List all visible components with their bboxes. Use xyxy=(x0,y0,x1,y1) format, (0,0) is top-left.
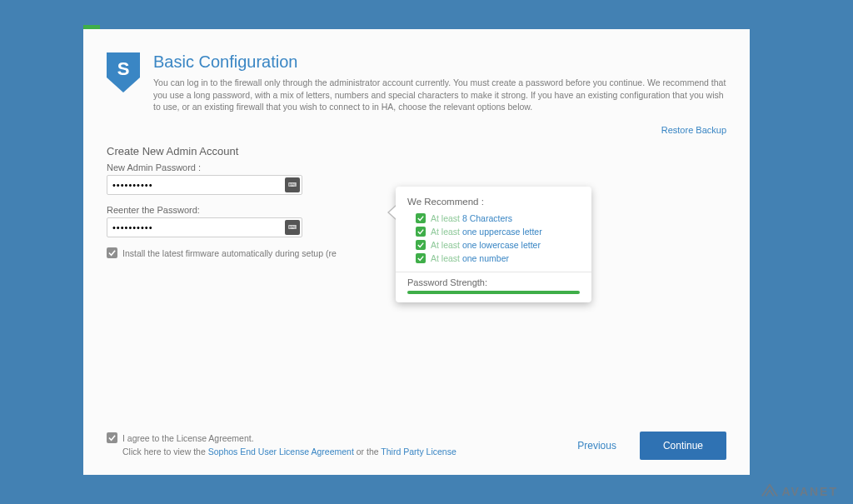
eula-link[interactable]: Sophos End User License Agreement xyxy=(208,447,354,457)
req-item: At least one uppercase letter xyxy=(416,227,580,237)
license-checkbox[interactable] xyxy=(107,432,117,443)
sophos-logo: S xyxy=(107,52,140,113)
check-icon xyxy=(416,253,426,263)
requirement-list: At least 8 Characters At least one upper… xyxy=(407,213,580,263)
previous-button[interactable]: Previous xyxy=(577,440,616,452)
continue-button[interactable]: Continue xyxy=(640,432,726,460)
keyboard-icon[interactable]: ⌨ xyxy=(285,220,300,235)
setup-window: S Basic Configuration You can log in to … xyxy=(83,29,750,475)
footer: I agree to the License Agreement. Click … xyxy=(83,432,750,475)
license-text: I agree to the License Agreement. Click … xyxy=(122,432,456,459)
firmware-checkbox-label: Install the latest firmware automaticall… xyxy=(122,248,337,258)
third-party-link[interactable]: Third Party License xyxy=(381,447,456,457)
password-label: New Admin Password : xyxy=(107,162,726,172)
account-section-title: Create New Admin Account xyxy=(107,145,726,157)
keyboard-icon[interactable]: ⌨ xyxy=(285,177,300,192)
reenter-password-input[interactable] xyxy=(107,217,302,237)
page-description: You can log in to the firewall only thro… xyxy=(153,77,726,113)
password-input[interactable] xyxy=(107,175,302,195)
check-icon xyxy=(416,227,426,237)
req-item: At least 8 Characters xyxy=(416,213,580,223)
restore-backup-link[interactable]: Restore Backup xyxy=(661,125,726,135)
firmware-checkbox[interactable] xyxy=(107,247,117,258)
divider xyxy=(396,272,591,272)
tooltip-title: We Recommend : xyxy=(407,197,580,207)
strength-label: Password Strength: xyxy=(407,277,580,287)
password-recommend-tooltip: We Recommend : At least 8 Characters At … xyxy=(396,187,591,302)
page-title: Basic Configuration xyxy=(153,52,726,72)
req-item: At least one lowercase letter xyxy=(416,240,580,250)
avanet-watermark: AVANET xyxy=(761,482,838,501)
check-icon xyxy=(416,240,426,250)
svg-text:S: S xyxy=(117,58,130,79)
req-item: At least one number xyxy=(416,253,580,263)
strength-bar xyxy=(407,291,580,294)
check-icon xyxy=(416,213,426,223)
